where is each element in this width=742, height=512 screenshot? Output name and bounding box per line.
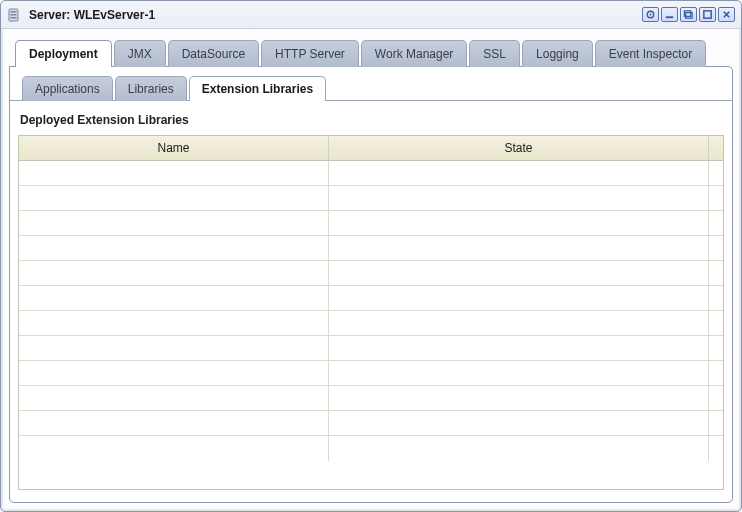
cell-name (19, 211, 329, 235)
cell-name (19, 411, 329, 435)
secondary-tab[interactable]: Extension Libraries (189, 76, 326, 101)
svg-rect-2 (11, 14, 17, 16)
cell-name (19, 161, 329, 185)
table-row[interactable] (19, 436, 723, 461)
cell-spacer (709, 336, 723, 360)
cell-name (19, 386, 329, 410)
column-header-name[interactable]: Name (19, 136, 329, 160)
table-row[interactable] (19, 186, 723, 211)
table-row[interactable] (19, 386, 723, 411)
column-header-state[interactable]: State (329, 136, 709, 160)
close-button[interactable] (718, 7, 735, 22)
cell-state (329, 336, 709, 360)
primary-tab[interactable]: Work Manager (361, 40, 467, 67)
cell-state (329, 436, 709, 461)
cell-state (329, 211, 709, 235)
cell-spacer (709, 311, 723, 335)
svg-point-5 (650, 14, 652, 16)
server-panel: Server: WLEvServer-1 DeploymentJMXDataSo… (0, 0, 742, 512)
cell-state (329, 361, 709, 385)
primary-tab[interactable]: SSL (469, 40, 520, 67)
column-header-spacer (709, 136, 723, 160)
server-icon (7, 7, 23, 23)
primary-tab-body: ApplicationsLibrariesExtension Libraries… (9, 66, 733, 503)
table-header: Name State (19, 136, 723, 161)
cell-name (19, 311, 329, 335)
cell-spacer (709, 386, 723, 410)
cell-spacer (709, 411, 723, 435)
table-row[interactable] (19, 336, 723, 361)
svg-rect-3 (11, 17, 17, 19)
cell-spacer (709, 261, 723, 285)
cell-spacer (709, 161, 723, 185)
secondary-tab[interactable]: Applications (22, 76, 113, 101)
svg-rect-6 (666, 16, 673, 18)
cell-spacer (709, 186, 723, 210)
table-row[interactable] (19, 161, 723, 186)
secondary-tabs: ApplicationsLibrariesExtension Libraries (10, 67, 732, 100)
table-row[interactable] (19, 261, 723, 286)
cell-name (19, 336, 329, 360)
cell-state (329, 386, 709, 410)
server-name: WLEvServer-1 (74, 8, 155, 22)
title-prefix: Server: (29, 8, 74, 22)
cell-state (329, 261, 709, 285)
cell-name (19, 186, 329, 210)
cell-state (329, 411, 709, 435)
titlebar: Server: WLEvServer-1 (1, 1, 741, 29)
primary-tabs: DeploymentJMXDataSourceHTTP ServerWork M… (1, 29, 741, 66)
cell-spacer (709, 286, 723, 310)
table-row[interactable] (19, 311, 723, 336)
restore-button[interactable] (680, 7, 697, 22)
section-title: Deployed Extension Libraries (20, 113, 722, 127)
cell-state (329, 311, 709, 335)
table-row[interactable] (19, 411, 723, 436)
table-row[interactable] (19, 286, 723, 311)
maximize-button[interactable] (699, 7, 716, 22)
cell-state (329, 161, 709, 185)
table-row[interactable] (19, 361, 723, 386)
cell-state (329, 286, 709, 310)
cell-name (19, 361, 329, 385)
secondary-tab-body: Deployed Extension Libraries Name State (10, 100, 732, 502)
svg-rect-1 (11, 11, 17, 13)
primary-tab[interactable]: DataSource (168, 40, 259, 67)
cell-spacer (709, 211, 723, 235)
panel-title: Server: WLEvServer-1 (29, 8, 640, 22)
primary-tab[interactable]: Event Inspector (595, 40, 706, 67)
primary-tab[interactable]: HTTP Server (261, 40, 359, 67)
table-row[interactable] (19, 236, 723, 261)
table-row[interactable] (19, 211, 723, 236)
cell-state (329, 236, 709, 260)
secondary-tab[interactable]: Libraries (115, 76, 187, 101)
extension-libraries-table: Name State (18, 135, 724, 490)
table-body (19, 161, 723, 489)
primary-tab[interactable]: Logging (522, 40, 593, 67)
cell-state (329, 186, 709, 210)
minimize-button[interactable] (661, 7, 678, 22)
cell-spacer (709, 236, 723, 260)
cell-name (19, 286, 329, 310)
cell-spacer (709, 361, 723, 385)
cell-name (19, 436, 329, 461)
cell-spacer (709, 436, 723, 461)
cell-name (19, 236, 329, 260)
svg-rect-9 (704, 11, 711, 18)
primary-tab[interactable]: JMX (114, 40, 166, 67)
primary-tab[interactable]: Deployment (15, 40, 112, 67)
gear-button[interactable] (642, 7, 659, 22)
cell-name (19, 261, 329, 285)
